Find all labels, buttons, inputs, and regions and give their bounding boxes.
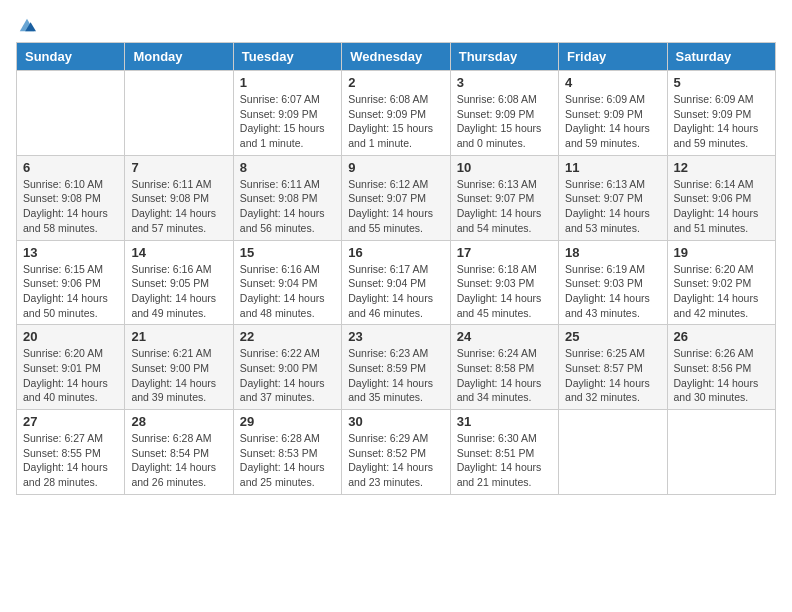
calendar-cell: 29Sunrise: 6:28 AM Sunset: 8:53 PM Dayli… bbox=[233, 410, 341, 495]
calendar-cell: 10Sunrise: 6:13 AM Sunset: 9:07 PM Dayli… bbox=[450, 155, 558, 240]
day-number: 6 bbox=[23, 160, 118, 175]
calendar-header-wednesday: Wednesday bbox=[342, 43, 450, 71]
calendar-cell: 23Sunrise: 6:23 AM Sunset: 8:59 PM Dayli… bbox=[342, 325, 450, 410]
day-info: Sunrise: 6:19 AM Sunset: 9:03 PM Dayligh… bbox=[565, 262, 660, 321]
day-number: 17 bbox=[457, 245, 552, 260]
logo bbox=[16, 16, 36, 34]
day-info: Sunrise: 6:26 AM Sunset: 8:56 PM Dayligh… bbox=[674, 346, 769, 405]
day-number: 14 bbox=[131, 245, 226, 260]
calendar-cell bbox=[667, 410, 775, 495]
day-info: Sunrise: 6:18 AM Sunset: 9:03 PM Dayligh… bbox=[457, 262, 552, 321]
calendar-cell: 15Sunrise: 6:16 AM Sunset: 9:04 PM Dayli… bbox=[233, 240, 341, 325]
day-info: Sunrise: 6:16 AM Sunset: 9:04 PM Dayligh… bbox=[240, 262, 335, 321]
calendar-cell: 19Sunrise: 6:20 AM Sunset: 9:02 PM Dayli… bbox=[667, 240, 775, 325]
calendar-cell: 25Sunrise: 6:25 AM Sunset: 8:57 PM Dayli… bbox=[559, 325, 667, 410]
day-number: 27 bbox=[23, 414, 118, 429]
calendar-cell: 3Sunrise: 6:08 AM Sunset: 9:09 PM Daylig… bbox=[450, 71, 558, 156]
day-info: Sunrise: 6:15 AM Sunset: 9:06 PM Dayligh… bbox=[23, 262, 118, 321]
day-info: Sunrise: 6:21 AM Sunset: 9:00 PM Dayligh… bbox=[131, 346, 226, 405]
day-number: 25 bbox=[565, 329, 660, 344]
calendar-table: SundayMondayTuesdayWednesdayThursdayFrid… bbox=[16, 42, 776, 495]
day-info: Sunrise: 6:09 AM Sunset: 9:09 PM Dayligh… bbox=[565, 92, 660, 151]
calendar-header-friday: Friday bbox=[559, 43, 667, 71]
day-info: Sunrise: 6:07 AM Sunset: 9:09 PM Dayligh… bbox=[240, 92, 335, 151]
day-info: Sunrise: 6:11 AM Sunset: 9:08 PM Dayligh… bbox=[240, 177, 335, 236]
day-number: 22 bbox=[240, 329, 335, 344]
day-info: Sunrise: 6:20 AM Sunset: 9:02 PM Dayligh… bbox=[674, 262, 769, 321]
day-info: Sunrise: 6:20 AM Sunset: 9:01 PM Dayligh… bbox=[23, 346, 118, 405]
calendar-cell: 11Sunrise: 6:13 AM Sunset: 9:07 PM Dayli… bbox=[559, 155, 667, 240]
calendar-cell: 4Sunrise: 6:09 AM Sunset: 9:09 PM Daylig… bbox=[559, 71, 667, 156]
day-number: 1 bbox=[240, 75, 335, 90]
day-number: 13 bbox=[23, 245, 118, 260]
calendar-cell: 17Sunrise: 6:18 AM Sunset: 9:03 PM Dayli… bbox=[450, 240, 558, 325]
calendar-header-saturday: Saturday bbox=[667, 43, 775, 71]
calendar-cell: 5Sunrise: 6:09 AM Sunset: 9:09 PM Daylig… bbox=[667, 71, 775, 156]
day-number: 21 bbox=[131, 329, 226, 344]
day-number: 5 bbox=[674, 75, 769, 90]
day-number: 10 bbox=[457, 160, 552, 175]
day-info: Sunrise: 6:29 AM Sunset: 8:52 PM Dayligh… bbox=[348, 431, 443, 490]
day-info: Sunrise: 6:23 AM Sunset: 8:59 PM Dayligh… bbox=[348, 346, 443, 405]
day-number: 23 bbox=[348, 329, 443, 344]
calendar-cell: 1Sunrise: 6:07 AM Sunset: 9:09 PM Daylig… bbox=[233, 71, 341, 156]
day-info: Sunrise: 6:25 AM Sunset: 8:57 PM Dayligh… bbox=[565, 346, 660, 405]
day-number: 20 bbox=[23, 329, 118, 344]
day-number: 9 bbox=[348, 160, 443, 175]
calendar-cell: 31Sunrise: 6:30 AM Sunset: 8:51 PM Dayli… bbox=[450, 410, 558, 495]
calendar-week-row: 20Sunrise: 6:20 AM Sunset: 9:01 PM Dayli… bbox=[17, 325, 776, 410]
day-number: 8 bbox=[240, 160, 335, 175]
day-number: 29 bbox=[240, 414, 335, 429]
day-number: 4 bbox=[565, 75, 660, 90]
day-info: Sunrise: 6:30 AM Sunset: 8:51 PM Dayligh… bbox=[457, 431, 552, 490]
calendar-header-monday: Monday bbox=[125, 43, 233, 71]
calendar-cell: 9Sunrise: 6:12 AM Sunset: 9:07 PM Daylig… bbox=[342, 155, 450, 240]
calendar-cell: 24Sunrise: 6:24 AM Sunset: 8:58 PM Dayli… bbox=[450, 325, 558, 410]
calendar-cell: 20Sunrise: 6:20 AM Sunset: 9:01 PM Dayli… bbox=[17, 325, 125, 410]
calendar-header-row: SundayMondayTuesdayWednesdayThursdayFrid… bbox=[17, 43, 776, 71]
day-number: 26 bbox=[674, 329, 769, 344]
day-info: Sunrise: 6:11 AM Sunset: 9:08 PM Dayligh… bbox=[131, 177, 226, 236]
day-number: 31 bbox=[457, 414, 552, 429]
day-number: 12 bbox=[674, 160, 769, 175]
calendar-header-sunday: Sunday bbox=[17, 43, 125, 71]
calendar-cell: 7Sunrise: 6:11 AM Sunset: 9:08 PM Daylig… bbox=[125, 155, 233, 240]
day-info: Sunrise: 6:22 AM Sunset: 9:00 PM Dayligh… bbox=[240, 346, 335, 405]
calendar-cell bbox=[125, 71, 233, 156]
day-info: Sunrise: 6:27 AM Sunset: 8:55 PM Dayligh… bbox=[23, 431, 118, 490]
day-info: Sunrise: 6:14 AM Sunset: 9:06 PM Dayligh… bbox=[674, 177, 769, 236]
day-info: Sunrise: 6:08 AM Sunset: 9:09 PM Dayligh… bbox=[348, 92, 443, 151]
day-number: 30 bbox=[348, 414, 443, 429]
day-number: 28 bbox=[131, 414, 226, 429]
calendar-cell: 12Sunrise: 6:14 AM Sunset: 9:06 PM Dayli… bbox=[667, 155, 775, 240]
calendar-week-row: 27Sunrise: 6:27 AM Sunset: 8:55 PM Dayli… bbox=[17, 410, 776, 495]
calendar-header-thursday: Thursday bbox=[450, 43, 558, 71]
day-number: 15 bbox=[240, 245, 335, 260]
calendar-cell: 30Sunrise: 6:29 AM Sunset: 8:52 PM Dayli… bbox=[342, 410, 450, 495]
calendar-cell: 27Sunrise: 6:27 AM Sunset: 8:55 PM Dayli… bbox=[17, 410, 125, 495]
day-info: Sunrise: 6:10 AM Sunset: 9:08 PM Dayligh… bbox=[23, 177, 118, 236]
day-info: Sunrise: 6:28 AM Sunset: 8:53 PM Dayligh… bbox=[240, 431, 335, 490]
day-number: 7 bbox=[131, 160, 226, 175]
day-number: 16 bbox=[348, 245, 443, 260]
day-info: Sunrise: 6:09 AM Sunset: 9:09 PM Dayligh… bbox=[674, 92, 769, 151]
day-number: 18 bbox=[565, 245, 660, 260]
day-info: Sunrise: 6:28 AM Sunset: 8:54 PM Dayligh… bbox=[131, 431, 226, 490]
calendar-cell: 14Sunrise: 6:16 AM Sunset: 9:05 PM Dayli… bbox=[125, 240, 233, 325]
day-number: 2 bbox=[348, 75, 443, 90]
calendar-cell: 6Sunrise: 6:10 AM Sunset: 9:08 PM Daylig… bbox=[17, 155, 125, 240]
calendar-cell: 16Sunrise: 6:17 AM Sunset: 9:04 PM Dayli… bbox=[342, 240, 450, 325]
calendar-week-row: 13Sunrise: 6:15 AM Sunset: 9:06 PM Dayli… bbox=[17, 240, 776, 325]
day-info: Sunrise: 6:12 AM Sunset: 9:07 PM Dayligh… bbox=[348, 177, 443, 236]
day-info: Sunrise: 6:17 AM Sunset: 9:04 PM Dayligh… bbox=[348, 262, 443, 321]
calendar-week-row: 1Sunrise: 6:07 AM Sunset: 9:09 PM Daylig… bbox=[17, 71, 776, 156]
calendar-cell: 8Sunrise: 6:11 AM Sunset: 9:08 PM Daylig… bbox=[233, 155, 341, 240]
calendar-header-tuesday: Tuesday bbox=[233, 43, 341, 71]
day-info: Sunrise: 6:13 AM Sunset: 9:07 PM Dayligh… bbox=[457, 177, 552, 236]
calendar-cell: 2Sunrise: 6:08 AM Sunset: 9:09 PM Daylig… bbox=[342, 71, 450, 156]
day-number: 19 bbox=[674, 245, 769, 260]
day-info: Sunrise: 6:08 AM Sunset: 9:09 PM Dayligh… bbox=[457, 92, 552, 151]
page-header bbox=[16, 16, 776, 34]
calendar-cell bbox=[17, 71, 125, 156]
calendar-cell: 28Sunrise: 6:28 AM Sunset: 8:54 PM Dayli… bbox=[125, 410, 233, 495]
